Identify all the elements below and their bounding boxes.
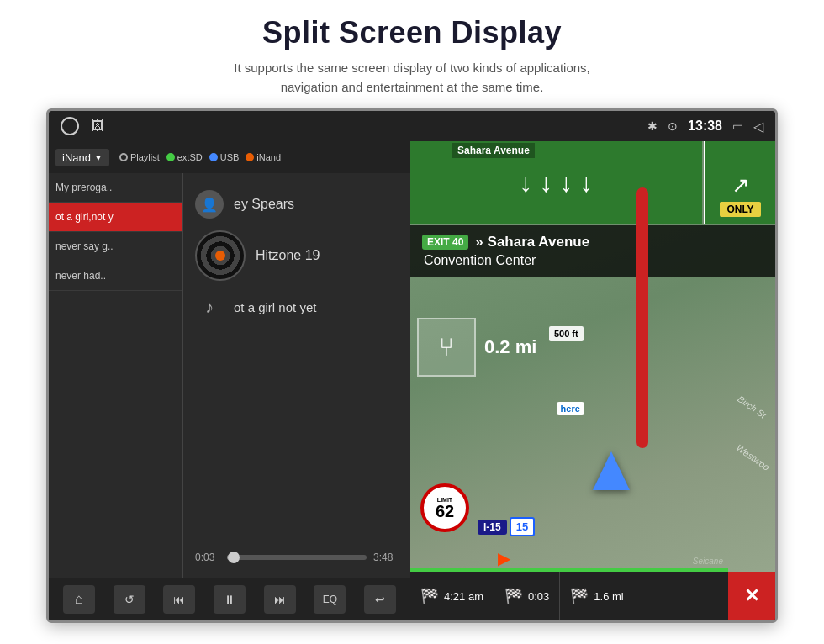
highway-sign: I-15 15 (478, 517, 535, 536)
album-vinyl (195, 230, 246, 281)
exit-badge: EXIT 40 (422, 235, 468, 250)
source-playlist[interactable]: Playlist (119, 152, 160, 162)
player-area: 👤 ey Spears Hitzone 19 ♪ ot a girl not y… (183, 173, 410, 578)
song-item-3[interactable]: never say g.. (49, 232, 182, 261)
status-time: 13:38 (688, 119, 722, 134)
playlist-radio-icon (119, 153, 128, 161)
arrow-down-3-icon: ↓ (560, 167, 573, 198)
progress-thumb (228, 552, 240, 563)
clock-icon: 🏁 (504, 587, 523, 605)
image-icon: 🖼 (91, 119, 104, 134)
highway-number-badge: 15 (510, 517, 535, 536)
turn-icon-box: ⑂ (417, 318, 476, 377)
only-arrow-icon: ↗ (732, 172, 750, 198)
speed-limit-sign: LIMIT 62 (420, 483, 469, 532)
artist-row: 👤 ey Spears (195, 182, 399, 227)
extsd-radio-icon (166, 153, 175, 161)
home-button[interactable]: ⌂ (63, 585, 95, 614)
usb-radio-icon (209, 153, 218, 161)
status-circle-icon (61, 117, 79, 135)
sahara-top-label: Sahara Avenue (452, 143, 535, 158)
song-item-2[interactable]: ot a girl,not y (49, 203, 182, 232)
source-dropdown[interactable]: iNand ▼ (55, 149, 109, 166)
song-item-1[interactable]: My preroga.. (49, 173, 182, 203)
nav-close-button[interactable]: ✕ (728, 572, 775, 620)
arrow-down-2-icon: ↓ (540, 167, 553, 198)
source-inand[interactable]: iNand (246, 152, 281, 162)
here-logo: here (557, 402, 584, 415)
exit-sign-area: EXIT 40 » Sahara Avenue Convention Cente… (410, 225, 775, 277)
source-options: Playlist extSD USB iNand (119, 152, 281, 162)
arrow-down-1-icon: ↓ (520, 167, 533, 198)
track-row: ♪ ot a girl not yet (195, 284, 399, 330)
distance-flag-icon: 🏁 (570, 587, 589, 605)
location-icon: ⊙ (668, 119, 678, 133)
song-list: My preroga.. ot a girl,not y never say g… (49, 173, 183, 578)
dropdown-chevron-icon: ▼ (94, 153, 103, 162)
artist-name: ey Spears (234, 197, 294, 212)
album-row: Hitzone 19 (195, 227, 399, 284)
prev-button[interactable]: ⏮ (163, 585, 195, 614)
birch-st-label: Birch St (737, 393, 769, 420)
source-usb[interactable]: USB (209, 152, 240, 162)
next-button[interactable]: ⏭ (264, 585, 296, 614)
turn-area: ⑂ 0.2 mi (417, 318, 769, 377)
turn-distance: 0.2 mi (484, 336, 536, 358)
album-name: Hitzone 19 (256, 248, 320, 263)
repeat-button[interactable]: ↺ (114, 585, 145, 614)
controls-bar: ⌂ ↺ ⏮ ⏸ ⏭ EQ ↩ (49, 578, 410, 620)
back-audio-button[interactable]: ↩ (364, 585, 396, 614)
checkered-flag-icon: 🏁 (420, 587, 439, 605)
pause-button[interactable]: ⏸ (214, 585, 246, 614)
time-current: 0:03 (195, 552, 220, 563)
inand-radio-icon (246, 153, 254, 161)
nav-arrow (593, 451, 630, 490)
music-player-panel: iNand ▼ Playlist extSD USB (49, 141, 410, 620)
source-bar: iNand ▼ Playlist extSD USB (49, 141, 410, 173)
location-pin-icon: ▶ (498, 548, 510, 568)
page-subtitle: It supports the same screen display of t… (50, 59, 774, 97)
nav-bottom-bar: 🏁 4:21 am 🏁 0:03 🏁 1.6 mi ✕ (410, 572, 775, 620)
track-name: ot a girl not yet (234, 300, 316, 314)
speed-limit-number: 62 (436, 503, 454, 520)
nav-distance-remain: 🏁 1.6 mi (560, 572, 728, 620)
nav-arrive-time: 🏁 4:21 am (410, 572, 494, 620)
music-note-icon: ♪ (195, 293, 224, 321)
eq-button[interactable]: EQ (314, 585, 346, 614)
window-icon: ▭ (732, 119, 743, 133)
arrow-down-4-icon: ↓ (580, 167, 594, 198)
only-badge: ONLY (720, 202, 760, 217)
nav-map: ↓ ↓ ↓ ↓ ↗ ONLY Sahara Avenue EXIT 40 (410, 141, 775, 620)
exit-street: » Sahara Avenue (475, 234, 589, 251)
song-item-4[interactable]: never had.. (49, 261, 182, 291)
watermark: Seicane (693, 557, 723, 566)
status-bar: 🖼 ✱ ⊙ 13:38 ▭ ◁ (49, 111, 775, 141)
exit-subtitle: Convention Center (424, 253, 763, 268)
back-icon: ◁ (753, 119, 763, 135)
westwood-label: Westwoo (735, 442, 772, 472)
device-frame: 🖼 ✱ ⊙ 13:38 ▭ ◁ iNand ▼ Playlist (46, 108, 778, 623)
page-header: Split Screen Display It supports the sam… (0, 0, 824, 108)
progress-bar[interactable] (227, 555, 367, 560)
bluetooth-icon: ✱ (647, 119, 658, 133)
screen-body: iNand ▼ Playlist extSD USB (49, 141, 775, 620)
source-extsd[interactable]: extSD (166, 152, 203, 162)
artist-icon: 👤 (195, 190, 224, 219)
nav-duration: 🏁 0:03 (494, 572, 560, 620)
page-title: Split Screen Display (50, 15, 774, 50)
time-total: 3:48 (373, 552, 399, 563)
progress-section: 0:03 3:48 (195, 545, 399, 570)
navigation-panel: ↓ ↓ ↓ ↓ ↗ ONLY Sahara Avenue EXIT 40 (410, 141, 775, 620)
highway-name: I-15 (478, 520, 507, 535)
distance-sign: 500 ft (549, 326, 584, 341)
